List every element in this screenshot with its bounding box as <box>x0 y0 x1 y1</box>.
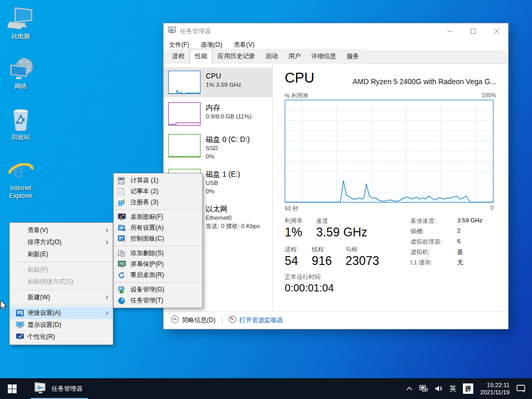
network-icon <box>7 56 34 81</box>
submenu-item-registry[interactable]: 注册表 (3) <box>114 197 202 208</box>
task-manager-footer: 简略信息(D) 打开资源监视器 <box>164 311 508 329</box>
sidebar-disk1-type: USB <box>206 179 240 187</box>
sidebar-disk1-stats: 0% <box>206 187 240 195</box>
context-item-paste[interactable]: 粘贴(P) <box>10 264 113 276</box>
context-item-sort-by[interactable]: 排序方式(O) <box>10 236 113 248</box>
tab-services[interactable]: 服务 <box>341 49 364 64</box>
mouse-cursor <box>0 300 7 313</box>
menu-options[interactable]: 选项(O) <box>201 41 222 49</box>
submenu-item-calculator[interactable]: 计算器 (1) <box>114 175 202 186</box>
sidebar-ethernet-stats: 发送: 0 接收: 0 Kbps <box>206 222 260 230</box>
sidebar-disk0-type: SSD <box>206 144 250 152</box>
uptime-value: 0:00:01:04 <box>285 281 334 295</box>
submenu-item-add-remove[interactable]: 添加删除(S) <box>114 248 202 259</box>
sidebar-ethernet-title: 以太网 <box>206 204 260 214</box>
cpu-big-stats: 利用率 1% 速度 3.59 GHz 进程 54 线程 916 句柄 23073 <box>285 217 379 274</box>
task-manager-window: 任务管理器 文件(F) 选项(O) 查看(V) 进程 性能 应用历史记录 启动 … <box>164 23 508 329</box>
start-button[interactable] <box>0 378 24 399</box>
submenu-arrow-icon <box>104 296 108 299</box>
submenu-item-task-manager[interactable]: 任务管理(T) <box>114 295 202 306</box>
desktop-icon-network[interactable]: 网络 <box>1 56 41 90</box>
internet-explorer-icon: e <box>7 158 34 183</box>
action-center-icon[interactable] <box>516 384 526 393</box>
desktop-icon-label: Internet Explorer <box>1 184 41 200</box>
submenu-item-screen-saver[interactable]: 屏幕保护(P) <box>114 259 202 270</box>
open-resource-monitor-link[interactable]: 打开资源监视器 <box>240 316 283 325</box>
context-item-quick-settings[interactable]: 便捷设置(A) <box>10 307 113 319</box>
submenu-item-all-settings[interactable]: 所有设置(A) <box>114 222 202 233</box>
sidebar-item-cpu[interactable]: CPU 1% 3.59 GHz <box>164 68 272 97</box>
tab-users[interactable]: 用户 <box>283 49 306 64</box>
menu-separator <box>115 246 201 246</box>
taskbar: 任务管理器 英 拼 15:22:11 2021/11/19 <box>0 378 532 399</box>
screen-saver-icon <box>118 260 130 269</box>
context-item-personalize[interactable]: 个性化(R) <box>10 331 113 343</box>
tab-processes[interactable]: 进程 <box>167 49 190 64</box>
ime-language-indicator[interactable]: 英 <box>449 384 456 393</box>
taskbar-clock[interactable]: 15:22:11 2021/11/19 <box>480 381 510 396</box>
notepad-icon <box>118 188 130 196</box>
context-item-paste-shortcut[interactable]: 粘贴快捷方式(S) <box>10 276 113 288</box>
desktop-icon-recycle-bin[interactable]: 回收站 <box>1 107 41 141</box>
menu-file[interactable]: 文件(F) <box>169 41 189 49</box>
spec-vm-label: 虚拟机: <box>410 248 457 256</box>
desktop-icon-this-pc[interactable]: 此电脑 <box>1 6 41 41</box>
submenu-item-restart-desktop[interactable]: 重启桌面(R) <box>114 270 202 281</box>
sidebar-item-memory[interactable]: 内存 0.9/8.0 GB (11%) <box>164 99 272 129</box>
volume-tray-icon[interactable] <box>435 385 443 392</box>
resource-monitor-icon <box>229 315 236 325</box>
graph-xzero: 0 <box>490 205 494 212</box>
submenu-item-notepad[interactable]: 记事本 (2) <box>114 186 202 197</box>
title-bar[interactable]: 任务管理器 <box>164 23 508 39</box>
tab-performance[interactable]: 性能 <box>190 49 212 64</box>
display-settings-icon <box>16 321 28 329</box>
quick-settings-submenu: 计算器 (1) 记事本 (2) 注册表 (3) 桌面图标(F) 所有设置(A) <box>113 173 203 308</box>
tab-details[interactable]: 详细信息 <box>306 49 341 64</box>
desktop-icons-icon <box>118 213 130 221</box>
desktop-icon-internet-explorer[interactable]: e Internet Explorer <box>1 158 41 200</box>
graph-ymax: 100% <box>482 92 496 100</box>
menu-view[interactable]: 查看(V) <box>234 41 255 49</box>
submenu-arrow-icon <box>104 311 108 315</box>
cpu-utilization-graph <box>285 100 494 203</box>
close-button[interactable] <box>485 23 508 39</box>
cpu-name: AMD Ryzen 5 2400G with Radeon Vega G... <box>353 77 496 86</box>
disk0-mini-graph <box>168 134 201 157</box>
taskbar-app-task-manager[interactable]: 任务管理器 <box>30 378 89 399</box>
fewer-details-button[interactable]: 简略信息(D) <box>182 316 216 325</box>
submenu-item-desktop-icons[interactable]: 桌面图标(F) <box>114 211 202 222</box>
sidebar-disk1-title: 磁盘 1 (E:) <box>206 169 240 179</box>
maximize-button[interactable] <box>461 23 485 39</box>
tab-strip: 进程 性能 应用历史记录 启动 用户 详细信息 服务 <box>164 50 508 64</box>
context-item-new[interactable]: 新建(W) <box>10 291 113 303</box>
desktop-icon-label: 网络 <box>15 83 27 90</box>
sidebar-disk0-title: 磁盘 0 (C: D:) <box>206 135 250 144</box>
hidden-icons-chevron[interactable] <box>406 387 413 391</box>
network-tray-icon[interactable] <box>419 385 428 393</box>
stat-handles-value: 23073 <box>345 254 379 268</box>
submenu-item-control-panel[interactable]: 控制面板(C) <box>114 233 202 244</box>
cpu-spec-stats: 基准速度:3.59 GHz 插槽:2 虚拟处理器:6 虚拟机:是 L1 缓存:无 <box>410 217 483 269</box>
spec-vprocessors-value: 6 <box>457 238 460 246</box>
uptime-block: 正常运行时间 0:00:01:04 <box>285 273 334 295</box>
ime-mode-indicator[interactable]: 拼 <box>463 383 473 394</box>
add-remove-programs-icon <box>118 249 130 258</box>
performance-pane: CPU 1% 3.59 GHz 内存 0.9/8.0 GB (11%) 磁盘 0… <box>164 64 508 311</box>
tab-startup[interactable]: 启动 <box>260 49 283 64</box>
memory-mini-graph <box>168 102 201 126</box>
submenu-arrow-icon <box>104 229 108 232</box>
minimize-button[interactable] <box>438 23 461 39</box>
context-item-view[interactable]: 查看(V) <box>10 224 113 236</box>
sidebar-cpu-stats: 1% 3.59 GHz <box>206 81 241 89</box>
context-item-display-settings[interactable]: 显示设置(D) <box>10 319 113 331</box>
cpu-panel-title: CPU <box>285 70 314 86</box>
restart-desktop-icon <box>118 271 130 280</box>
context-item-refresh[interactable]: 刷新(E) <box>10 248 113 260</box>
sidebar-cpu-title: CPU <box>206 71 241 81</box>
spec-l1-cache-value: 无 <box>457 259 463 267</box>
sidebar-item-disk0[interactable]: 磁盘 0 (C: D:) SSD 0% <box>164 131 272 164</box>
stat-utilization-value: 1% <box>285 225 303 240</box>
submenu-item-device-manager[interactable]: 设备管理(G) <box>114 284 202 295</box>
system-tray: 英 拼 15:22:11 2021/11/19 <box>406 381 532 396</box>
tab-app-history[interactable]: 应用历史记录 <box>212 49 260 64</box>
